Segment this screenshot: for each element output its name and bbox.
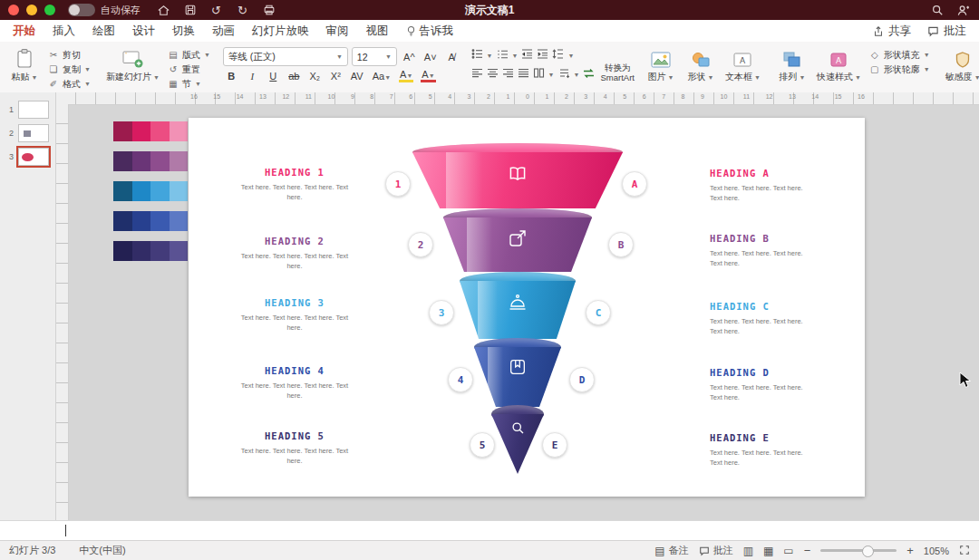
bullets-button[interactable] <box>471 47 483 63</box>
palette-bar-pink[interactable] <box>113 121 188 141</box>
tab-design[interactable]: 设计 <box>132 24 155 39</box>
tab-review[interactable]: 审阅 <box>326 24 349 39</box>
chevron-down-icon[interactable]: ▼ <box>384 74 391 81</box>
funnel-segment-4[interactable] <box>474 347 561 407</box>
line-spacing-button[interactable] <box>552 47 564 63</box>
funnel-letter-badge-e[interactable]: E <box>542 432 567 458</box>
zoom-window-button[interactable] <box>44 5 55 15</box>
funnel-letter-badge-d[interactable]: D <box>569 367 595 392</box>
chevron-down-icon[interactable]: ▼ <box>487 53 493 59</box>
new-slide-button[interactable]: 新建幻灯片▼ <box>103 45 162 85</box>
slide-thumbnail-3[interactable]: 3 <box>0 145 55 169</box>
format-painter-button[interactable]: ✐格式▼ <box>46 77 92 91</box>
redo-icon[interactable]: ↻ <box>236 4 249 17</box>
save-icon[interactable] <box>183 4 197 17</box>
tab-insert[interactable]: 插入 <box>53 24 75 39</box>
tab-animations[interactable]: 动画 <box>212 24 235 39</box>
change-case-button[interactable]: Aa▼ <box>370 70 393 82</box>
autosave-control[interactable]: 自动保存 <box>68 4 141 17</box>
chevron-down-icon[interactable]: ▼ <box>924 66 930 72</box>
tab-slideshow[interactable]: 幻灯片放映 <box>252 24 309 39</box>
subscript-button[interactable]: X₂ <box>306 70 324 82</box>
funnel-right-item-c[interactable]: HEADING CText here. Text here. Text here… <box>710 301 808 336</box>
zoom-in-button[interactable]: + <box>906 544 914 557</box>
zoom-out-button[interactable]: − <box>804 544 811 557</box>
minimize-window-button[interactable] <box>26 5 37 15</box>
funnel-number-badge-4[interactable]: 4 <box>448 367 473 392</box>
tab-transitions[interactable]: 切换 <box>172 24 195 39</box>
close-window-button[interactable] <box>8 5 19 15</box>
increase-indent-button[interactable] <box>537 47 548 63</box>
comments-toggle-button[interactable]: 批注 <box>699 544 733 557</box>
highlight-color-button[interactable]: A▼ <box>397 69 415 82</box>
language-indicator[interactable]: 中文(中国) <box>79 544 125 557</box>
palette-bar-purple[interactable] <box>113 151 188 171</box>
chevron-down-icon[interactable]: ▼ <box>204 52 210 58</box>
fit-slide-button[interactable] <box>959 545 970 557</box>
funnel-letter-badge-c[interactable]: C <box>586 300 611 325</box>
undo-icon[interactable]: ↺ <box>209 4 223 17</box>
quick-styles-button[interactable]: A 快速样式▼ <box>814 45 864 85</box>
chevron-down-icon[interactable]: ▼ <box>429 72 435 79</box>
chevron-down-icon[interactable]: ▼ <box>974 74 979 81</box>
decrease-font-button[interactable]: A˅ <box>422 51 440 63</box>
tab-view[interactable]: 视图 <box>366 24 389 39</box>
slide-thumbnail-image[interactable] <box>18 101 49 119</box>
slide-thumbnail-2[interactable]: 2 <box>0 121 55 145</box>
underline-button[interactable]: U <box>265 70 282 82</box>
print-icon[interactable] <box>262 4 276 17</box>
funnel-segment-3[interactable] <box>460 281 576 339</box>
columns-button[interactable] <box>533 66 545 82</box>
funnel-segment-2[interactable] <box>443 217 592 272</box>
funnel-segment-5[interactable] <box>491 414 544 474</box>
font-name-select[interactable]: 等线 (正文)▼ <box>223 47 348 66</box>
funnel-left-item-4[interactable]: HEADING 4Text here. Text here. Text here… <box>236 365 354 401</box>
search-icon[interactable] <box>930 4 944 17</box>
text-direction-button[interactable] <box>558 66 570 82</box>
shape-outline-button[interactable]: ▢形状轮廓▼ <box>868 63 932 76</box>
palette-bar-navy[interactable] <box>113 241 188 261</box>
slide-thumbnail-image[interactable] <box>18 124 49 142</box>
slide-thumbnail-image-selected[interactable] <box>18 148 49 166</box>
convert-smartart-button[interactable]: 转换为SmartArt <box>582 44 634 95</box>
funnel-number-badge-5[interactable]: 5 <box>470 432 495 458</box>
shapes-button[interactable]: 形状▼ <box>683 45 719 85</box>
font-color-button[interactable]: A▼ <box>419 69 437 82</box>
tell-me-button[interactable]: 告诉我 <box>406 24 454 39</box>
justify-button[interactable] <box>518 66 529 82</box>
cut-button[interactable]: ✂剪切 <box>46 48 92 62</box>
chevron-down-icon[interactable]: ▼ <box>799 74 805 81</box>
chevron-down-icon[interactable]: ▼ <box>707 74 713 81</box>
funnel-left-item-5[interactable]: HEADING 5Text here. Text here. Text here… <box>236 430 354 466</box>
funnel-number-badge-3[interactable]: 3 <box>429 300 454 325</box>
align-right-button[interactable] <box>502 66 514 82</box>
italic-button[interactable]: I <box>244 70 261 82</box>
textbox-button[interactable]: A 文本框▼ <box>722 45 763 85</box>
zoom-slider-knob[interactable] <box>862 546 874 557</box>
arrange-button[interactable]: 排列▼ <box>774 45 810 85</box>
chevron-down-icon[interactable]: ▼ <box>567 53 574 59</box>
numbering-button[interactable] <box>497 47 509 63</box>
chevron-down-icon[interactable]: ▼ <box>924 52 930 58</box>
notes-toggle-button[interactable]: ▤备注 <box>654 544 688 557</box>
tab-draw[interactable]: 绘图 <box>92 24 115 39</box>
increase-font-button[interactable]: A^ <box>401 51 418 63</box>
comments-button[interactable]: 批注 <box>927 24 966 39</box>
chevron-down-icon[interactable]: ▼ <box>84 81 91 87</box>
picture-button[interactable]: 图片▼ <box>643 45 679 85</box>
autosave-toggle[interactable] <box>68 4 95 16</box>
chevron-down-icon[interactable]: ▼ <box>153 74 160 81</box>
funnel-letter-badge-b[interactable]: B <box>608 232 634 257</box>
copy-button[interactable]: ❏复制▼ <box>46 63 92 76</box>
funnel-right-item-e[interactable]: HEADING EText here. Text here. Text here… <box>710 432 808 468</box>
section-button[interactable]: ▦节▼ <box>166 77 212 91</box>
bold-button[interactable]: B <box>223 70 240 82</box>
zoom-percent[interactable]: 105% <box>924 546 949 556</box>
funnel-number-badge-2[interactable]: 2 <box>408 232 433 257</box>
normal-view-button[interactable]: ▥ <box>743 545 753 557</box>
slideshow-view-button[interactable]: ▭ <box>783 545 793 557</box>
funnel-number-badge-1[interactable]: 1 <box>385 171 411 197</box>
slide-sorter-view-button[interactable]: ▦ <box>763 545 773 557</box>
funnel-letter-badge-a[interactable]: A <box>622 171 647 197</box>
home-icon[interactable] <box>157 4 170 17</box>
